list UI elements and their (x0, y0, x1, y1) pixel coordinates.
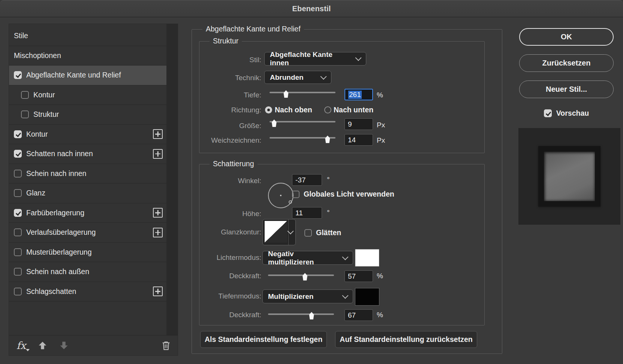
add-effect-instance-button[interactable] (153, 286, 163, 296)
effect-checkbox[interactable] (14, 130, 22, 138)
styles-list-scrollbar[interactable] (166, 24, 178, 336)
tiefenmodus-dropdown[interactable]: Multiplizieren (262, 289, 353, 303)
sidebar-item-schein-nach-innen[interactable]: Schein nach innen (9, 164, 166, 184)
technik-dropdown[interactable]: Abrunden (264, 71, 331, 84)
effect-checkbox[interactable] (14, 268, 22, 276)
sidebar-item-label: Schatten nach innen (26, 149, 93, 158)
sidebar-item-verlaufsueberlagerung[interactable]: Verlaufsüberlagerung (9, 223, 166, 243)
hoehe-unit: ° (327, 209, 330, 217)
effect-checkbox[interactable] (14, 170, 22, 178)
deckkraft-tiefen-unit: % (377, 311, 383, 319)
sidebar-item-kontur[interactable]: Kontur (9, 85, 166, 105)
delete-effect-button[interactable] (161, 340, 171, 351)
panel-title: Abgeflachte Kante und Relief (202, 25, 304, 33)
sidebar-item-abgeflachte-kante-und-relief[interactable]: Abgeflachte Kante und Relief (9, 66, 166, 85)
deckkraft-tiefen-thumb[interactable] (309, 312, 315, 319)
effect-checkbox[interactable] (14, 228, 22, 236)
sidebar-item-stile[interactable]: Stile (9, 26, 166, 46)
vorschau-checkbox[interactable] (544, 109, 552, 117)
dial-handle[interactable] (289, 200, 292, 204)
lichtermodus-label: Lichtermodus: (199, 254, 261, 262)
sidebar-item-label: Musterüberlagerung (26, 248, 92, 257)
chevron-down-icon (342, 254, 349, 260)
effect-checkbox[interactable] (14, 189, 22, 197)
set-as-default-button[interactable]: Als Standardeinstellung festlegen (200, 331, 327, 348)
sidebar-item-struktur[interactable]: Struktur (9, 105, 166, 125)
move-effect-down-button[interactable] (59, 341, 69, 350)
ok-button[interactable]: OK (519, 28, 614, 46)
deckkraft-lichter-thumb[interactable] (302, 273, 308, 280)
sidebar-item-label: Schlagschatten (26, 287, 76, 296)
deckkraft-lichter-slider[interactable] (268, 274, 334, 276)
sidebar-item-schein-nach-aussen[interactable]: Schein nach außen (9, 262, 166, 282)
sidebar-item-kontur[interactable]: Kontur (9, 125, 166, 145)
fx-menu-button[interactable]: fx (16, 340, 26, 351)
sidebar-item-schlagschatten[interactable]: Schlagschatten (9, 282, 166, 302)
winkel-input[interactable]: -37 (292, 174, 322, 186)
vorschau-label: Vorschau (556, 109, 589, 118)
preview-toggle-row: Vorschau (519, 109, 614, 118)
groesse-label: Größe: (199, 122, 261, 130)
lichter-color-swatch[interactable] (355, 249, 379, 267)
tiefe-slider-thumb[interactable] (283, 90, 289, 98)
glanzkontur-picker[interactable] (262, 219, 296, 245)
effect-checkbox[interactable] (14, 71, 22, 79)
sidebar-item-schatten-nach-innen[interactable]: Schatten nach innen (9, 144, 166, 164)
effect-checkbox[interactable] (21, 110, 29, 118)
weichzeichnen-unit: Px (377, 136, 385, 145)
move-effect-up-button[interactable] (38, 341, 47, 350)
style-preview-panel (518, 128, 620, 225)
titlebar: Ebenenstil (0, 0, 623, 17)
sidebar-item-glanz[interactable]: Glanz (9, 183, 166, 203)
deckkraft-tiefen-input[interactable]: 67 (344, 309, 373, 321)
weichzeichnen-slider-thumb[interactable] (324, 136, 331, 143)
richtung-option-nach-unten-label: Nach unten (334, 106, 373, 114)
effect-checkbox[interactable] (14, 248, 22, 256)
effect-checkbox[interactable] (14, 288, 22, 295)
new-style-button[interactable]: Neuer Stil... (519, 81, 614, 98)
sidebar-item-label: Farbüberlagerung (26, 209, 84, 217)
add-effect-instance-button[interactable] (153, 228, 163, 237)
reset-to-default-button[interactable]: Auf Standardeinstellung zurücksetzen (335, 331, 477, 348)
globales-licht-checkbox[interactable] (292, 191, 300, 198)
add-effect-instance-button[interactable] (153, 208, 163, 218)
stil-dropdown[interactable]: Abgeflachte Kante innen (264, 52, 366, 66)
tiefe-input[interactable]: 261 (344, 89, 373, 100)
tiefen-color-swatch[interactable] (355, 288, 379, 306)
effect-checkbox[interactable] (14, 209, 22, 217)
groesse-input[interactable]: 9 (344, 118, 373, 130)
deckkraft-tiefen-slider[interactable] (268, 313, 334, 315)
chevron-down-icon (342, 292, 349, 298)
lichtermodus-dropdown[interactable]: Negativ multiplizieren (262, 251, 353, 265)
winkel-unit: ° (327, 176, 330, 184)
groesse-slider-thumb[interactable] (271, 119, 277, 127)
sidebar-item-label: Stile (14, 31, 28, 40)
styles-sidebar: StileMischoptionenAbgeflachte Kante und … (9, 24, 178, 356)
add-effect-instance-button[interactable] (153, 149, 163, 159)
sidebar-item-farbueberlagerung[interactable]: Farbüberlagerung (9, 203, 166, 223)
struktur-group: Struktur Stil: Abgeflachte Kante innen T… (199, 41, 485, 153)
glaetten-checkbox[interactable] (304, 229, 312, 237)
effect-checkbox[interactable] (21, 91, 29, 99)
richtung-radio-nach-oben[interactable] (265, 106, 272, 113)
sidebar-item-label: Verlaufsüberlagerung (26, 228, 96, 237)
deckkraft-lichter-input[interactable]: 57 (344, 270, 373, 282)
arrow-up-icon (38, 341, 47, 350)
hoehe-input[interactable]: 11 (292, 207, 322, 219)
tiefenmodus-label: Tiefenmodus: (199, 292, 261, 300)
schattierung-group: Schattierung Winkel: -37 ° Globales Lich… (199, 164, 485, 325)
sidebar-item-label: Struktur (33, 110, 59, 119)
groesse-slider[interactable] (270, 121, 335, 122)
reset-button[interactable]: Zurücksetzen (519, 54, 614, 72)
tiefe-slider[interactable] (270, 92, 335, 93)
sidebar-item-mischoptionen[interactable]: Mischoptionen (9, 46, 166, 66)
angle-dial[interactable] (268, 183, 294, 208)
fx-caret-icon (26, 349, 30, 351)
struktur-legend: Struktur (210, 37, 242, 45)
add-effect-instance-button[interactable] (153, 129, 163, 139)
weichzeichnen-input[interactable]: 14 (344, 134, 373, 146)
richtung-radio-nach-unten[interactable] (324, 106, 331, 113)
weichzeichnen-slider[interactable] (270, 137, 335, 139)
sidebar-item-musterueberlagerung[interactable]: Musterüberlagerung (9, 243, 166, 263)
effect-checkbox[interactable] (14, 150, 22, 158)
